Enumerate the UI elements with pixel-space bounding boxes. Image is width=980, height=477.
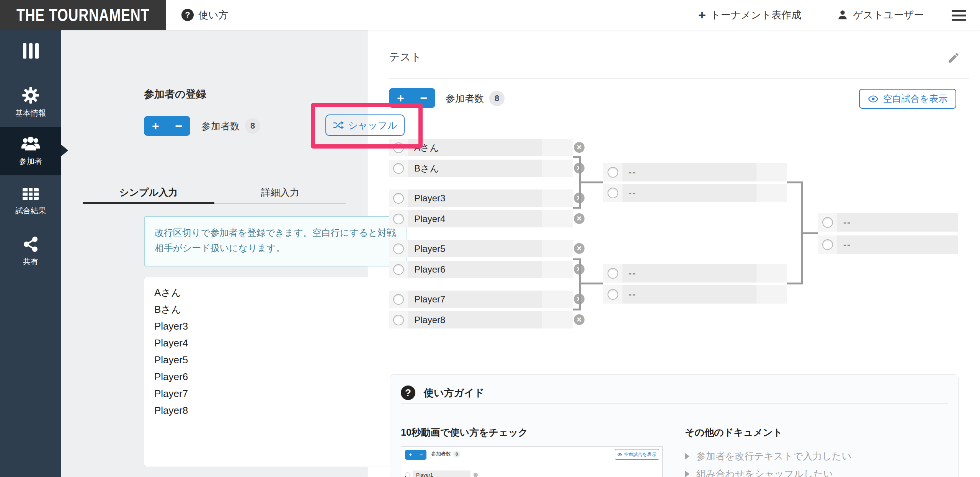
score-cell[interactable]: [542, 189, 573, 207]
score-cell[interactable]: [542, 240, 573, 257]
winner-radio[interactable]: [393, 294, 404, 305]
sidebar-item-match-results[interactable]: 試合結果: [0, 177, 61, 225]
winner-radio[interactable]: [393, 315, 404, 325]
score-cell[interactable]: [542, 139, 573, 156]
sidebar-collapse-button[interactable]: [0, 34, 61, 68]
score-cell[interactable]: [756, 163, 787, 181]
participant-name[interactable]: Player3: [414, 193, 445, 204]
active-tab-underline: [83, 202, 214, 204]
sidebar-item-share[interactable]: 共有: [0, 227, 61, 275]
active-item-arrow: [61, 145, 68, 156]
bracket-connector: [581, 181, 603, 183]
shuffle-icon: [333, 121, 344, 129]
score-cell[interactable]: [542, 291, 573, 308]
score-cell[interactable]: [542, 261, 573, 278]
winner-radio[interactable]: [822, 239, 833, 250]
roster-textarea[interactable]: Aさん Bさん Player3 Player4 Player5 Player6 …: [144, 277, 407, 467]
mini-remove-icon: [474, 473, 478, 477]
remove-entry-button[interactable]: ×: [574, 243, 585, 254]
participant-count-stepper: + −: [144, 116, 190, 136]
shuffle-label: シャッフル: [348, 119, 397, 132]
bracket-entry-row: Player8 ×: [389, 311, 573, 328]
remove-participant-button[interactable]: −: [167, 116, 191, 136]
remove-entry-button[interactable]: ×: [574, 142, 585, 153]
score-cell[interactable]: [756, 264, 787, 283]
winner-radio[interactable]: [608, 268, 618, 279]
eye-icon: [617, 453, 622, 456]
bracket-connector: [787, 181, 801, 183]
video-section-title: 10秒動画で使い方をチェック: [401, 426, 528, 439]
score-cell[interactable]: [542, 311, 573, 328]
winner-radio[interactable]: [393, 243, 404, 254]
score-cell[interactable]: [542, 160, 573, 177]
empty-slot: --: [843, 239, 851, 250]
edit-title-button[interactable]: [947, 51, 960, 66]
title-divider: [389, 78, 969, 79]
winner-radio[interactable]: [608, 289, 618, 300]
tab-simple-input[interactable]: シンプル入力: [83, 186, 214, 199]
winner-radio[interactable]: [393, 214, 404, 224]
empty-slot: --: [629, 167, 636, 178]
winner-radio[interactable]: [822, 217, 833, 228]
sidebar-item-basic-info[interactable]: 基本情報: [0, 78, 61, 126]
bracket-slot-row: --: [603, 264, 787, 283]
sidebar-item-label: 試合結果: [15, 206, 46, 216]
score-cell[interactable]: [756, 285, 787, 304]
doc-link-shuffle[interactable]: 組み合わせをシャッフルしたい: [685, 467, 833, 477]
create-tournament-button[interactable]: + トーナメント表作成: [698, 0, 801, 30]
mini-show-blank-button: 空白試合を表示: [615, 449, 659, 460]
winner-radio[interactable]: [608, 188, 618, 198]
sidebar-item-label: 参加者: [19, 156, 42, 167]
bracket-connector: [579, 258, 581, 310]
help-link[interactable]: ? 使い方: [181, 0, 229, 30]
participant-name[interactable]: Player5: [414, 243, 445, 254]
winner-radio[interactable]: [393, 264, 404, 275]
winner-radio[interactable]: [393, 193, 404, 204]
hamburger-menu-icon[interactable]: [952, 10, 966, 21]
participant-name[interactable]: Player7: [414, 294, 445, 305]
winner-radio[interactable]: [393, 163, 404, 174]
share-icon: [22, 236, 39, 253]
bracket-entry-row: Player4 ×: [389, 210, 573, 227]
bracket-entry-row: Player3 ×: [389, 189, 573, 207]
guide-title: 使い方ガイド: [424, 386, 484, 400]
participant-name[interactable]: Player6: [414, 264, 445, 275]
show-blank-matches-button[interactable]: 空白試合を表示: [859, 89, 956, 109]
eye-icon: [868, 95, 879, 103]
show-blank-matches-label: 空白試合を表示: [883, 93, 948, 105]
shuffle-button[interactable]: シャッフル: [325, 114, 405, 136]
user-icon: [837, 9, 848, 21]
tab-detail-input[interactable]: 詳細入力: [214, 186, 346, 199]
bracket-entry-row: Player5 ×: [389, 240, 573, 257]
participant-name[interactable]: Bさん: [414, 162, 439, 175]
sidebar: 基本情報 参加者 試合結果: [0, 30, 61, 477]
bracket-entry-row: Bさん ×: [389, 160, 573, 177]
empty-slot: --: [843, 217, 851, 228]
mini-count-stepper: +−: [405, 450, 426, 460]
sidebar-item-participants[interactable]: 参加者: [0, 127, 61, 175]
score-cell[interactable]: [756, 184, 787, 202]
tutorial-video-thumbnail[interactable]: +− 参加者数 8 空白試合を表示 Player1: [401, 446, 663, 477]
app-logo[interactable]: THE TOURNAMENT: [0, 0, 166, 30]
app-logo-text: THE TOURNAMENT: [16, 5, 149, 25]
question-icon: ?: [401, 386, 415, 400]
winner-radio[interactable]: [608, 167, 618, 178]
remove-entry-button[interactable]: ×: [574, 213, 585, 224]
doc-link-newline-input[interactable]: 参加者を改行テキストで入力したい: [685, 450, 851, 462]
tournament-title: テスト: [389, 50, 422, 64]
bracket-entry-row: Player7 ×: [389, 291, 573, 308]
participant-name[interactable]: Player4: [414, 214, 445, 224]
doc-link-label: 組み合わせをシャッフルしたい: [696, 467, 833, 477]
add-participant-button[interactable]: +: [144, 116, 167, 136]
remove-icon: ×: [577, 214, 582, 223]
pencil-icon: [947, 51, 960, 64]
bracket-slot-row: --: [818, 213, 958, 232]
score-cell[interactable]: [542, 210, 573, 227]
mini-player-row: Player1: [405, 470, 478, 477]
participant-name[interactable]: Player8: [414, 315, 445, 325]
bracket-entry-row: Player6 ×: [389, 261, 573, 278]
participant-count-badge: 8: [245, 118, 260, 134]
user-menu[interactable]: ゲストユーザー: [837, 0, 924, 30]
participant-count: 参加者数 8: [201, 118, 260, 134]
remove-entry-button[interactable]: ×: [574, 314, 585, 325]
